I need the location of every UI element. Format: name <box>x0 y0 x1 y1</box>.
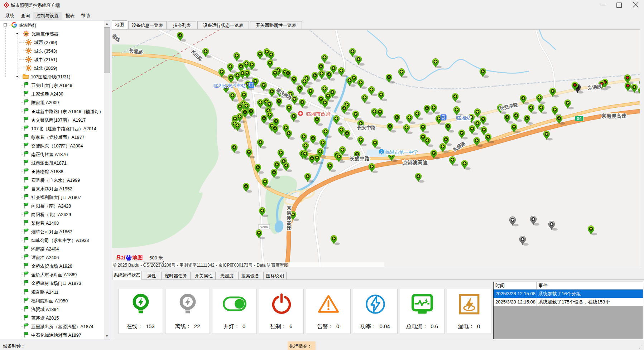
svg-text:京港澳高速: 京港澳高速 <box>287 205 292 231</box>
svg-text:文: 文 <box>380 150 383 154</box>
svg-text:港线: 港线 <box>112 33 121 43</box>
svg-text:G4: G4 <box>577 117 582 121</box>
svg-text:临湘长安汽车站: 临湘长安汽车站 <box>213 83 246 88</box>
svg-text:临湘市政府: 临湘市政府 <box>306 111 331 117</box>
svg-text:京港线: 京港线 <box>587 84 602 91</box>
svg-text:X089: X089 <box>260 225 268 229</box>
svg-text:京港澳高速: 京港澳高速 <box>601 113 627 119</box>
svg-text:长盛中路: 长盛中路 <box>349 156 370 161</box>
svg-text:长安东路: 长安东路 <box>499 102 519 111</box>
svg-text:京港澳高速: 京港澳高速 <box>402 160 428 165</box>
svg-text:长安中路: 长安中路 <box>357 125 376 130</box>
svg-text:临湘市第一中学: 临湘市第一中学 <box>385 150 418 155</box>
svg-text:临湘站: 临湘站 <box>456 115 471 121</box>
